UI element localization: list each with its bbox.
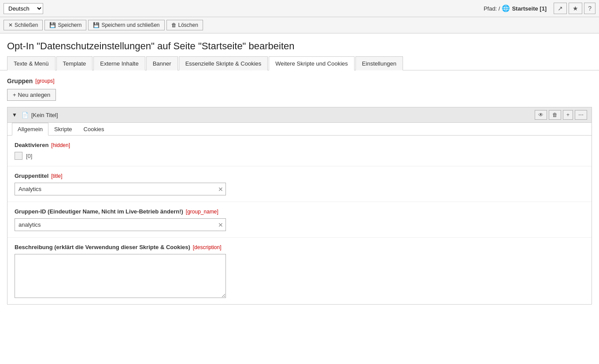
- deactivate-label: Deaktivieren [hidden]: [15, 142, 584, 148]
- group-visibility-button[interactable]: 👁: [535, 110, 547, 120]
- plus-icon: +: [13, 92, 16, 98]
- inner-tab-allgemein[interactable]: Allgemein: [12, 123, 48, 136]
- breadcrumb-globe-icon: 🌐: [502, 4, 510, 12]
- group-title-clear-button[interactable]: ✕: [218, 186, 223, 192]
- tab-banner[interactable]: Banner: [146, 56, 178, 70]
- save-close-button[interactable]: 💾 Speichern und schließen: [88, 20, 164, 30]
- tab-externe-inhalte[interactable]: Externe Inhalte: [93, 56, 145, 70]
- tab-weitere[interactable]: Weitere Skripte und Cookies: [269, 56, 355, 70]
- group-title-label: Gruppentitel [title]: [15, 173, 584, 179]
- bookmark-button[interactable]: ★: [569, 3, 582, 14]
- toolbar-left: Deutsch: [4, 3, 43, 14]
- action-toolbar: ✕ Schließen 💾 Speichern 💾 Speichern und …: [0, 17, 599, 33]
- group-title-text: [Kein Titel]: [31, 112, 58, 118]
- desc-section: Beschreibung (erklärt die Verwendung die…: [7, 238, 592, 304]
- group-doc-icon: 📄: [22, 112, 29, 118]
- delete-icon: 🗑: [171, 22, 177, 28]
- breadcrumb-page: Startseite [1]: [512, 5, 547, 12]
- groups-section-label: Gruppen [groups]: [7, 77, 592, 85]
- inner-tab-skripte[interactable]: Skripte: [48, 123, 78, 136]
- group-title-input[interactable]: [15, 183, 226, 195]
- tab-essenzielle[interactable]: Essenzielle Skripte & Cookies: [179, 56, 268, 70]
- language-select[interactable]: Deutsch: [4, 3, 43, 14]
- delete-button[interactable]: 🗑 Löschen: [166, 20, 203, 30]
- save-button[interactable]: 💾 Speichern: [44, 20, 86, 30]
- group-header-right: 👁 🗑 + ⋯: [535, 110, 587, 120]
- deactivate-section: Deaktivieren [hidden] [0]: [7, 136, 592, 166]
- inner-tabs: Allgemein Skripte Cookies: [7, 123, 592, 136]
- checkbox-row: [0]: [15, 152, 584, 160]
- group-header: ▼ 📄 [Kein Titel] 👁 🗑 + ⋯: [7, 107, 592, 123]
- inner-tab-cookies[interactable]: Cookies: [78, 123, 110, 136]
- group-header-left: ▼ 📄 [Kein Titel]: [12, 112, 58, 118]
- tab-texte-menue[interactable]: Texte & Menü: [7, 56, 55, 70]
- save-icon: 💾: [49, 22, 56, 28]
- new-group-button[interactable]: + Neu anlegen: [7, 89, 56, 101]
- external-link-button[interactable]: ↗: [554, 3, 567, 14]
- top-toolbar: Deutsch Pfad: / 🌐 Startseite [1] ↗ ★ ?: [0, 0, 599, 17]
- help-button[interactable]: ?: [584, 3, 595, 14]
- page-title: Opt-In "Datenschutzeinstellungen" auf Se…: [0, 33, 599, 56]
- group-more-button[interactable]: ⋯: [575, 110, 587, 120]
- main-tabs: Texte & Menü Template Externe Inhalte Ba…: [0, 56, 599, 70]
- group-add-button[interactable]: +: [563, 110, 573, 120]
- close-icon: ✕: [8, 22, 13, 28]
- group-id-clear-button[interactable]: ✕: [218, 222, 223, 228]
- close-button[interactable]: ✕ Schließen: [4, 20, 43, 30]
- main-content: Gruppen [groups] + Neu anlegen ▼ 📄 [Kein…: [0, 70, 599, 316]
- desc-label: Beschreibung (erklärt die Verwendung die…: [15, 244, 584, 250]
- group-id-input[interactable]: [15, 218, 226, 231]
- tab-einstellungen[interactable]: Einstellungen: [355, 56, 403, 70]
- group-id-section: Gruppen-ID (Eindeutiger Name, Nicht im L…: [7, 202, 592, 238]
- group-title-input-wrapper: ✕: [15, 183, 226, 195]
- save-close-icon: 💾: [93, 22, 100, 28]
- group-container: ▼ 📄 [Kein Titel] 👁 🗑 + ⋯ Allgemein Skrip…: [7, 107, 592, 305]
- group-title-section: Gruppentitel [title] ✕: [7, 166, 592, 202]
- deactivate-checkbox[interactable]: [15, 152, 22, 160]
- checkbox-value: [0]: [26, 153, 32, 159]
- desc-textarea[interactable]: [15, 254, 226, 298]
- breadcrumb-prefix: Pfad: /: [484, 5, 500, 12]
- group-id-input-wrapper: ✕: [15, 218, 226, 231]
- group-id-label: Gruppen-ID (Eindeutiger Name, Nicht im L…: [15, 208, 584, 215]
- toggle-arrow-icon[interactable]: ▼: [12, 112, 17, 118]
- group-delete-button[interactable]: 🗑: [549, 110, 561, 120]
- toolbar-right: Pfad: / 🌐 Startseite [1] ↗ ★ ?: [484, 3, 595, 14]
- tab-template[interactable]: Template: [56, 56, 93, 70]
